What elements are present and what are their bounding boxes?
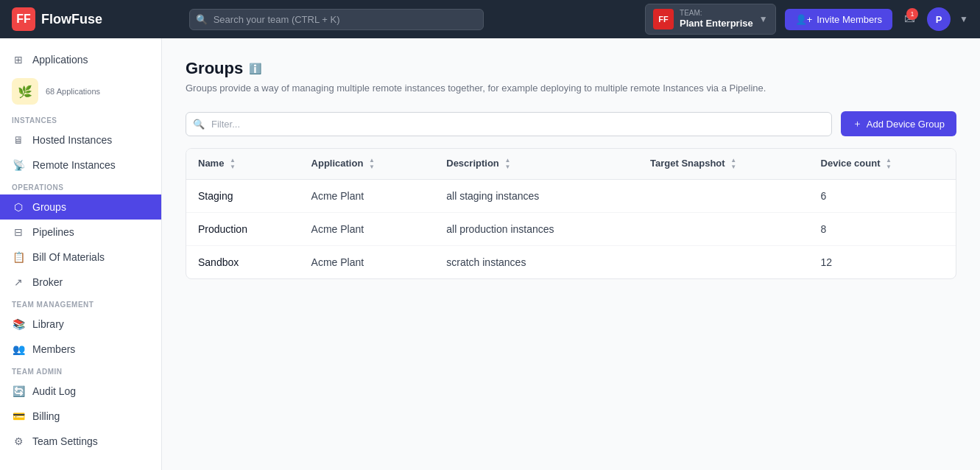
filter-search-icon: 🔍	[193, 119, 205, 130]
app-icon-box: 🌿	[12, 78, 38, 105]
hosted-instances-label: Hosted Instances	[32, 134, 112, 146]
add-device-group-button[interactable]: ＋ Add Device Group	[841, 111, 956, 136]
sidebar-item-library[interactable]: 📚 Library	[0, 312, 161, 337]
sidebar-item-remote-instances[interactable]: 📡 Remote Instances	[0, 152, 161, 178]
nav-right: FF TEAM: Plant Enterprise ▼ 👤+ Invite Me…	[645, 4, 968, 35]
sidebar-app-item[interactable]: 🌿 68 Applications	[0, 72, 161, 111]
invite-icon: 👤+	[795, 14, 813, 25]
search-input[interactable]	[189, 9, 484, 30]
table-row[interactable]: Sandbox Acme Plant scratch instances 12	[186, 246, 956, 279]
sidebar-item-members[interactable]: 👥 Members	[0, 337, 161, 362]
groups-icon: ⬡	[12, 200, 25, 214]
sort-device-count-icon: ▲▼	[886, 158, 892, 170]
team-admin-section-label: TEAM ADMIN	[0, 362, 161, 379]
sidebar-item-pipelines[interactable]: ⊟ Pipelines	[0, 220, 161, 245]
cell-target-snapshot	[638, 246, 809, 279]
cell-name: Sandbox	[186, 246, 300, 279]
cell-application: Acme Plant	[300, 213, 435, 246]
col-application[interactable]: Application ▲▼	[300, 149, 435, 180]
cell-target-snapshot	[638, 213, 809, 246]
hosted-instances-icon: 🖥	[12, 133, 25, 147]
main-content: Groups ℹ️ Groups provide a way of managi…	[162, 38, 980, 470]
team-settings-label: Team Settings	[32, 435, 98, 447]
sidebar-item-applications[interactable]: ⊞ Applications	[0, 47, 161, 72]
cell-application: Acme Plant	[300, 180, 435, 213]
table-row[interactable]: Production Acme Plant all production ins…	[186, 213, 956, 246]
page-header: Groups ℹ️	[186, 59, 956, 78]
groups-table: Name ▲▼ Application ▲▼ Description ▲▼	[186, 149, 956, 278]
filter-input-wrap: 🔍	[186, 112, 832, 136]
table-header: Name ▲▼ Application ▲▼ Description ▲▼	[186, 149, 956, 180]
sidebar-item-broker[interactable]: ↗ Broker	[0, 270, 161, 295]
cell-description: all production instances	[434, 213, 638, 246]
team-settings-icon: ⚙	[12, 435, 25, 448]
logo[interactable]: FF FlowFuse	[12, 7, 102, 31]
cell-device-count: 8	[809, 213, 956, 246]
invite-members-button[interactable]: 👤+ Invite Members	[785, 9, 892, 30]
team-label: TEAM:	[680, 9, 753, 18]
broker-label: Broker	[32, 276, 63, 288]
col-device-count[interactable]: Device count ▲▼	[809, 149, 956, 180]
page-description: Groups provide a way of managing multipl…	[186, 83, 956, 94]
filter-input[interactable]	[186, 112, 832, 136]
sort-description-icon: ▲▼	[504, 158, 510, 170]
cell-name: Production	[186, 213, 300, 246]
user-menu-chevron[interactable]: ▼	[959, 14, 968, 24]
sidebar-item-billing[interactable]: 💳 Billing	[0, 404, 161, 429]
app-count: 68 Applications	[46, 86, 100, 97]
applications-icon: ⊞	[12, 53, 25, 66]
sidebar-item-groups[interactable]: ⬡ Groups	[0, 194, 161, 220]
team-management-section-label: TEAM MANAGEMENT	[0, 295, 161, 312]
team-name: Plant Enterprise	[680, 18, 753, 29]
sidebar-item-audit-log[interactable]: 🔄 Audit Log	[0, 379, 161, 404]
sidebar: ⊞ Applications 🌿 68 Applications INSTANC…	[0, 38, 162, 470]
page-title: Groups	[186, 59, 243, 78]
invite-label: Invite Members	[817, 14, 882, 25]
col-name[interactable]: Name ▲▼	[186, 149, 300, 180]
sidebar-item-team-settings[interactable]: ⚙ Team Settings	[0, 429, 161, 454]
sort-snapshot-icon: ▲▼	[730, 158, 736, 170]
groups-table-wrap: Name ▲▼ Application ▲▼ Description ▲▼	[186, 148, 956, 279]
cell-description: scratch instances	[434, 246, 638, 279]
app-layout: ⊞ Applications 🌿 68 Applications INSTANC…	[0, 38, 980, 470]
team-icon: FF	[653, 9, 674, 29]
table-body: Staging Acme Plant all staging instances…	[186, 180, 956, 279]
library-label: Library	[32, 318, 64, 330]
remote-instances-icon: 📡	[12, 158, 25, 172]
audit-log-icon: 🔄	[12, 385, 25, 398]
cell-application: Acme Plant	[300, 246, 435, 279]
members-label: Members	[32, 343, 75, 355]
col-target-snapshot[interactable]: Target Snapshot ▲▼	[638, 149, 809, 180]
operations-section-label: OPERATIONS	[0, 178, 161, 194]
logo-text: FlowFuse	[41, 12, 102, 27]
billing-label: Billing	[32, 410, 60, 422]
search-bar: 🔍	[189, 9, 484, 30]
add-button-label: Add Device Group	[867, 119, 945, 130]
sidebar-item-bill-of-materials[interactable]: 📋 Bill Of Materials	[0, 245, 161, 270]
cell-description: all staging instances	[434, 180, 638, 213]
sidebar-item-hosted-instances[interactable]: 🖥 Hosted Instances	[0, 127, 161, 152]
cell-name: Staging	[186, 180, 300, 213]
notifications-button[interactable]: ✉ 1	[901, 8, 918, 30]
topnav: FF FlowFuse 🔍 FF TEAM: Plant Enterprise …	[0, 0, 980, 38]
audit-log-label: Audit Log	[32, 385, 76, 397]
bill-of-materials-icon: 📋	[12, 250, 25, 264]
user-avatar-button[interactable]: P	[927, 7, 951, 31]
sort-name-icon: ▲▼	[230, 158, 236, 170]
col-description[interactable]: Description ▲▼	[434, 149, 638, 180]
cell-device-count: 6	[809, 180, 956, 213]
team-selector[interactable]: FF TEAM: Plant Enterprise ▼	[645, 4, 776, 35]
toolbar: 🔍 ＋ Add Device Group	[186, 111, 956, 136]
logo-icon: FF	[12, 7, 35, 31]
billing-icon: 💳	[12, 410, 25, 423]
remote-instances-label: Remote Instances	[32, 159, 116, 171]
info-icon[interactable]: ℹ️	[249, 63, 261, 74]
team-info: TEAM: Plant Enterprise	[680, 9, 753, 29]
groups-label: Groups	[32, 201, 66, 213]
search-icon: 🔍	[196, 14, 208, 25]
cell-device-count: 12	[809, 246, 956, 279]
cell-target-snapshot	[638, 180, 809, 213]
app-info: 68 Applications	[46, 86, 100, 97]
broker-icon: ↗	[12, 276, 25, 289]
table-row[interactable]: Staging Acme Plant all staging instances…	[186, 180, 956, 213]
